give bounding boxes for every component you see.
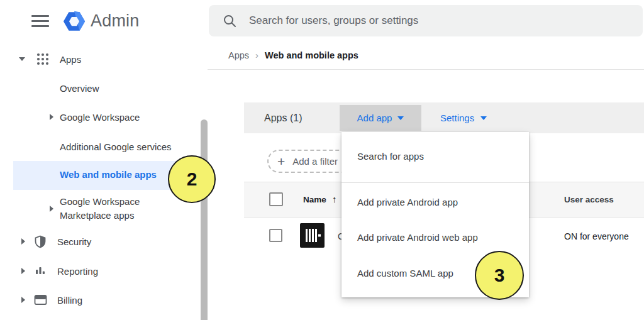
sidebar-item-overview[interactable]: Overview [60,79,99,97]
add-filter-label: Add a filter [292,156,338,167]
annotation-step-3-badge: 3 [475,251,524,300]
select-all-checkbox[interactable] [269,192,283,206]
sidebar-item-billing[interactable]: Billing [21,291,82,309]
menu-item-search-for-apps[interactable]: Search for apps [357,151,424,162]
google-admin-logo-icon [62,9,86,33]
sidebar-item-gw-marketplace-apps[interactable]: Google Workspace Marketplace apps [50,194,140,224]
divider [208,69,644,70]
breadcrumb-separator: › [255,50,258,60]
chevron-right-icon [21,297,25,303]
shield-icon [34,235,47,248]
bar-chart-icon [34,265,47,277]
chevron-right-icon [50,114,53,120]
apps-count-title: Apps (1) [264,102,302,133]
breadcrumb-current: Web and mobile apps [265,50,358,60]
chevron-down-icon [397,116,404,120]
chevron-right-icon [50,206,53,212]
sidebar-item-label: Google Workspace Marketplace apps [60,195,140,223]
app-logo-icon [300,223,325,248]
search-input[interactable] [249,14,601,27]
menu-item-add-private-android-app[interactable]: Add private Android app [357,197,458,207]
settings-button-label: Settings [440,113,474,123]
chevron-right-icon [21,238,25,245]
apps-grid-icon [36,52,50,66]
annotation-step-2-badge: 2 [168,155,216,203]
sidebar-item-label: Billing [57,295,82,306]
plus-icon: + [277,155,285,168]
sort-ascending-icon[interactable]: ↑ [332,194,337,204]
settings-button[interactable]: Settings [440,102,487,133]
chevron-down-icon [19,57,25,61]
product-title: Admin [91,11,140,31]
sidebar-item-label: Web and mobile apps [60,169,157,180]
column-header-name[interactable]: Name [303,195,326,204]
add-app-button-label: Add app [357,113,392,123]
sidebar-item-label: Overview [60,83,99,94]
breadcrumb: Apps › Web and mobile apps [228,50,358,60]
sidebar-item-apps[interactable]: Apps [19,50,81,68]
chevron-right-icon [21,268,25,274]
credit-card-icon [34,294,47,306]
divider [341,182,529,183]
breadcrumb-parent-link[interactable]: Apps [228,50,249,60]
sidebar-item-reporting[interactable]: Reporting [21,262,98,280]
sidebar-item-label: Reporting [57,266,98,277]
user-access-cell: ON for everyone [564,231,629,241]
search-icon [223,14,236,28]
menu-item-add-custom-saml-app[interactable]: Add custom SAML app [357,268,453,279]
search-bar[interactable] [209,5,643,36]
menu-item-add-private-android-web-app[interactable]: Add private Android web app [357,232,478,243]
admin-console-window: Admin Apps › Web and mobile apps Apps Ov… [0,0,644,320]
sidebar-item-label: Google Workspace [60,112,140,123]
sidebar-item-label: Additional Google services [60,141,172,152]
sidebar-item-security[interactable]: Security [21,233,91,250]
column-header-user-access: User access [564,195,614,204]
sidebar-item-google-workspace[interactable]: Google Workspace [50,108,140,126]
sidebar-item-label: Security [57,236,91,247]
row-checkbox[interactable] [269,229,282,242]
sidebar-item-additional-google-services[interactable]: Additional Google services [60,138,172,155]
hamburger-menu-icon[interactable] [31,15,49,28]
add-app-button[interactable]: Add app [340,105,421,131]
sidebar-item-label: Apps [60,54,81,65]
chevron-down-icon [480,116,487,120]
sidebar-scrollbar[interactable] [201,119,208,320]
